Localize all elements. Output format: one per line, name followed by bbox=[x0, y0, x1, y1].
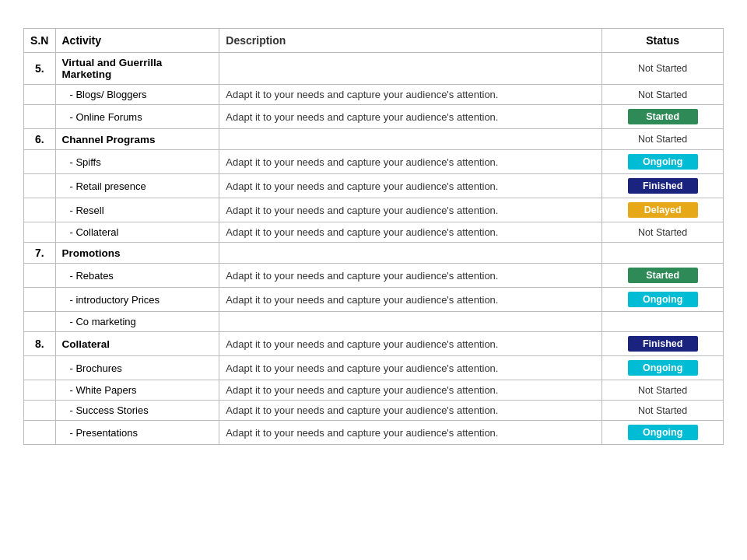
row-sn bbox=[24, 401, 56, 421]
row-activity: Virtual and Guerrilla Marketing bbox=[55, 53, 219, 85]
row-activity: Channel Programs bbox=[55, 129, 219, 150]
row-description: Adapt it to your needs and capture your … bbox=[219, 198, 602, 222]
row-sn bbox=[24, 288, 56, 312]
row-status: Not Started bbox=[602, 53, 724, 85]
row-description bbox=[219, 129, 602, 150]
row-sn bbox=[24, 264, 56, 288]
row-activity: - Retail presence bbox=[55, 174, 219, 198]
row-sn bbox=[24, 150, 56, 174]
row-status bbox=[602, 312, 724, 332]
row-status: Not Started bbox=[602, 401, 724, 421]
status-badge: Ongoing bbox=[628, 360, 698, 376]
status-badge: Finished bbox=[628, 336, 698, 352]
row-sn: 7. bbox=[24, 243, 56, 264]
row-activity: - Presentations bbox=[55, 421, 219, 445]
row-status: Ongoing bbox=[602, 288, 724, 312]
row-description: Adapt it to your needs and capture your … bbox=[219, 356, 602, 380]
row-status: Finished bbox=[602, 174, 724, 198]
row-status: Finished bbox=[602, 332, 724, 356]
row-status: Started bbox=[602, 264, 724, 288]
status-badge: Ongoing bbox=[628, 425, 698, 440]
row-sn bbox=[24, 421, 56, 445]
row-description: Adapt it to your needs and capture your … bbox=[219, 401, 602, 421]
table-row: 5.Virtual and Guerrilla MarketingNot Sta… bbox=[24, 53, 724, 85]
row-description: Adapt it to your needs and capture your … bbox=[219, 288, 602, 312]
table-row: 6.Channel ProgramsNot Started bbox=[24, 129, 724, 150]
row-description: Adapt it to your needs and capture your … bbox=[219, 174, 602, 198]
status-badge: Ongoing bbox=[628, 292, 698, 307]
table-row: - Retail presenceAdapt it to your needs … bbox=[24, 174, 724, 198]
row-activity: - Rebates bbox=[55, 264, 219, 288]
row-status: Ongoing bbox=[602, 150, 724, 174]
row-sn: 6. bbox=[24, 129, 56, 150]
row-sn bbox=[24, 380, 56, 401]
table-row: 7.Promotions bbox=[24, 243, 724, 264]
header-status: Status bbox=[602, 29, 724, 53]
row-sn bbox=[24, 105, 56, 129]
row-sn bbox=[24, 222, 56, 243]
row-sn bbox=[24, 312, 56, 332]
row-activity: - Co marketing bbox=[55, 312, 219, 332]
status-badge: Finished bbox=[628, 178, 698, 194]
status-badge: Ongoing bbox=[628, 154, 698, 170]
table-row: - ResellAdapt it to your needs and captu… bbox=[24, 198, 724, 222]
header-desc: Description bbox=[219, 29, 602, 53]
row-status: Delayed bbox=[602, 198, 724, 222]
row-description: Adapt it to your needs and capture your … bbox=[219, 380, 602, 401]
row-status: Ongoing bbox=[602, 356, 724, 380]
row-sn bbox=[24, 198, 56, 222]
status-badge: Delayed bbox=[628, 202, 698, 218]
row-sn bbox=[24, 356, 56, 380]
row-status: Not Started bbox=[602, 85, 724, 105]
row-status: Not Started bbox=[602, 380, 724, 401]
table-row: 8.CollateralAdapt it to your needs and c… bbox=[24, 332, 724, 356]
table-row: - RebatesAdapt it to your needs and capt… bbox=[24, 264, 724, 288]
row-description: Adapt it to your needs and capture your … bbox=[219, 222, 602, 243]
row-status: Started bbox=[602, 105, 724, 129]
table-row: - Blogs/ BloggersAdapt it to your needs … bbox=[24, 85, 724, 105]
row-description bbox=[219, 312, 602, 332]
row-status: Not Started bbox=[602, 129, 724, 150]
row-activity: - Collateral bbox=[55, 222, 219, 243]
row-description: Adapt it to your needs and capture your … bbox=[219, 105, 602, 129]
row-activity: - Online Forums bbox=[55, 105, 219, 129]
table-row: - introductory PricesAdapt it to your ne… bbox=[24, 288, 724, 312]
row-sn: 8. bbox=[24, 332, 56, 356]
checklist-table: S.N Activity Description Status 5.Virtua… bbox=[23, 28, 724, 445]
row-sn bbox=[24, 85, 56, 105]
row-description: Adapt it to your needs and capture your … bbox=[219, 332, 602, 356]
status-badge: Started bbox=[628, 268, 698, 283]
row-activity: Collateral bbox=[55, 332, 219, 356]
table-row: - SpiffsAdapt it to your needs and captu… bbox=[24, 150, 724, 174]
row-sn: 5. bbox=[24, 53, 56, 85]
table-row: - BrochuresAdapt it to your needs and ca… bbox=[24, 356, 724, 380]
row-description: Adapt it to your needs and capture your … bbox=[219, 264, 602, 288]
row-activity: - Spiffs bbox=[55, 150, 219, 174]
status-badge: Started bbox=[628, 109, 698, 124]
row-description: Adapt it to your needs and capture your … bbox=[219, 85, 602, 105]
header-activity: Activity bbox=[55, 29, 219, 53]
row-status: Ongoing bbox=[602, 421, 724, 445]
table-row: - Co marketing bbox=[24, 312, 724, 332]
table-row: - Online ForumsAdapt it to your needs an… bbox=[24, 105, 724, 129]
row-activity: - Blogs/ Bloggers bbox=[55, 85, 219, 105]
row-activity: - Resell bbox=[55, 198, 219, 222]
row-activity: Promotions bbox=[55, 243, 219, 264]
row-activity: - Success Stories bbox=[55, 401, 219, 421]
table-row: - Success StoriesAdapt it to your needs … bbox=[24, 401, 724, 421]
row-description bbox=[219, 53, 602, 85]
row-sn bbox=[24, 174, 56, 198]
row-description bbox=[219, 243, 602, 264]
row-activity: - White Papers bbox=[55, 380, 219, 401]
row-description: Adapt it to your needs and capture your … bbox=[219, 150, 602, 174]
row-activity: - introductory Prices bbox=[55, 288, 219, 312]
table-row: - PresentationsAdapt it to your needs an… bbox=[24, 421, 724, 445]
row-status bbox=[602, 243, 724, 264]
row-description: Adapt it to your needs and capture your … bbox=[219, 421, 602, 445]
table-row: - White PapersAdapt it to your needs and… bbox=[24, 380, 724, 401]
header-sn: S.N bbox=[24, 29, 56, 53]
row-status: Not Started bbox=[602, 222, 724, 243]
row-activity: - Brochures bbox=[55, 356, 219, 380]
table-row: - CollateralAdapt it to your needs and c… bbox=[24, 222, 724, 243]
